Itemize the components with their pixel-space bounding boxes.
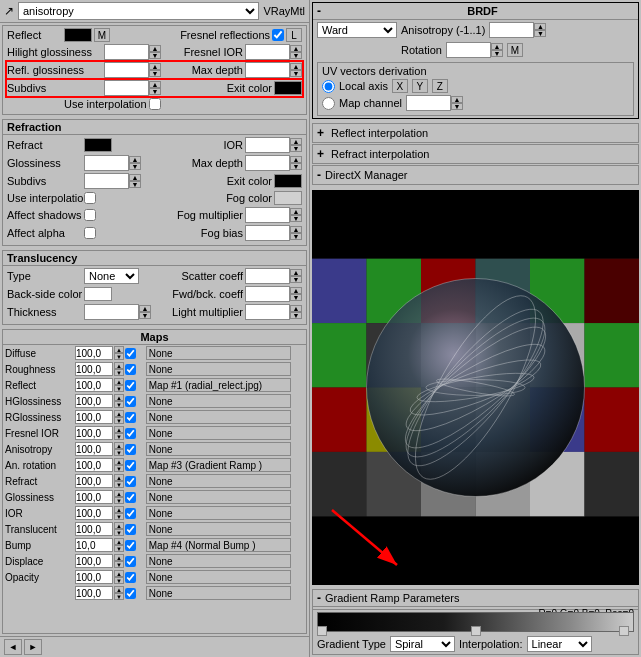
max-depth-down[interactable]: ▼ [290, 70, 302, 77]
reflect-color-box[interactable] [64, 28, 92, 42]
max-depth-input[interactable]: 5 [245, 62, 290, 78]
ior-down[interactable]: ▼ [290, 145, 302, 152]
map-btn-14[interactable]: None [146, 570, 291, 584]
map-check-10[interactable] [125, 508, 136, 519]
map-value-down-2[interactable]: ▼ [114, 385, 124, 392]
fog-bias-down[interactable]: ▼ [290, 233, 302, 240]
subdivs-down[interactable]: ▼ [149, 88, 161, 95]
map-value-input-12[interactable] [75, 538, 113, 552]
map-value-up-6[interactable]: ▲ [114, 442, 124, 449]
refr-subdivs-up[interactable]: ▲ [129, 174, 141, 181]
refract-interp-row[interactable]: + Refract interpolation [312, 144, 639, 164]
map-value-input-0[interactable] [75, 346, 113, 360]
map-value-up-9[interactable]: ▲ [114, 490, 124, 497]
fog-bias-input[interactable]: 0,0 [245, 225, 290, 241]
map-value-up-11[interactable]: ▲ [114, 522, 124, 529]
map-btn-1[interactable]: None [146, 362, 291, 376]
brdf-minus[interactable]: - [317, 4, 327, 18]
x-button[interactable]: X [392, 79, 408, 93]
fresnel-ior-up[interactable]: ▲ [290, 45, 302, 52]
refr-max-depth-input[interactable]: 5 [245, 155, 290, 171]
subdivs-input[interactable]: 8 [104, 80, 149, 96]
map-btn-8[interactable]: None [146, 474, 291, 488]
map-value-input-10[interactable] [75, 506, 113, 520]
fog-color-box[interactable] [274, 191, 302, 205]
scatter-up[interactable]: ▲ [290, 269, 302, 276]
map-value-down-7[interactable]: ▼ [114, 465, 124, 472]
map-value-input-3[interactable] [75, 394, 113, 408]
map-btn-9[interactable]: None [146, 490, 291, 504]
map-btn-13[interactable]: None [146, 554, 291, 568]
map-value-input-11[interactable] [75, 522, 113, 536]
map-value-down-0[interactable]: ▼ [114, 353, 124, 360]
hilight-glossiness-input[interactable]: 1.0 [104, 44, 149, 60]
map-check-15[interactable] [125, 588, 136, 599]
thickness-down[interactable]: ▼ [139, 312, 151, 319]
affect-shadows-checkbox[interactable] [84, 209, 96, 221]
light-mult-input[interactable]: 1,0 [245, 304, 290, 320]
thickness-input[interactable]: 2540,0 [84, 304, 139, 320]
map-check-11[interactable] [125, 524, 136, 535]
map-value-up-13[interactable]: ▲ [114, 554, 124, 561]
map-value-up-8[interactable]: ▲ [114, 474, 124, 481]
map-btn-10[interactable]: None [146, 506, 291, 520]
map-check-0[interactable] [125, 348, 136, 359]
bottom-icon-2[interactable]: ► [24, 639, 42, 655]
map-value-input-14[interactable] [75, 570, 113, 584]
material-name-select[interactable]: anisotropy [18, 2, 259, 20]
rotation-up[interactable]: ▲ [491, 43, 503, 50]
map-value-input-4[interactable] [75, 410, 113, 424]
thickness-up[interactable]: ▲ [139, 305, 151, 312]
map-value-up-2[interactable]: ▲ [114, 378, 124, 385]
map-check-6[interactable] [125, 444, 136, 455]
scatter-input[interactable]: 0,0 [245, 268, 290, 284]
anisotropy-down[interactable]: ▼ [534, 30, 546, 37]
map-btn-11[interactable]: None [146, 522, 291, 536]
map-value-up-3[interactable]: ▲ [114, 394, 124, 401]
map-btn-6[interactable]: None [146, 442, 291, 456]
map-value-up-1[interactable]: ▲ [114, 362, 124, 369]
map-btn-15[interactable]: None [146, 586, 291, 600]
map-btn-2[interactable]: Map #1 (radial_relect.jpg) [146, 378, 291, 392]
map-btn-3[interactable]: None [146, 394, 291, 408]
refr-max-depth-down[interactable]: ▼ [290, 163, 302, 170]
light-mult-down[interactable]: ▼ [290, 312, 302, 319]
gradient-marker-right[interactable] [619, 626, 629, 636]
map-btn-5[interactable]: None [146, 426, 291, 440]
refract-color-box[interactable] [84, 138, 112, 152]
map-value-down-4[interactable]: ▼ [114, 417, 124, 424]
y-button[interactable]: Y [412, 79, 428, 93]
fresnel-checkbox[interactable] [272, 29, 284, 41]
fwdbck-up[interactable]: ▲ [290, 287, 302, 294]
map-value-down-11[interactable]: ▼ [114, 529, 124, 536]
map-value-down-13[interactable]: ▼ [114, 561, 124, 568]
map-check-5[interactable] [125, 428, 136, 439]
map-value-up-10[interactable]: ▲ [114, 506, 124, 513]
scatter-down[interactable]: ▼ [290, 276, 302, 283]
brdf-type-select[interactable]: Ward [317, 22, 397, 38]
gradient-ramp-minus[interactable]: - [317, 591, 321, 605]
map-value-up-7[interactable]: ▲ [114, 458, 124, 465]
refr-glossiness-down[interactable]: ▼ [129, 163, 141, 170]
reflect-m-button[interactable]: M [94, 28, 110, 42]
map-value-input-9[interactable] [75, 490, 113, 504]
gradient-type-select[interactable]: Spiral [390, 636, 455, 652]
map-value-input-13[interactable] [75, 554, 113, 568]
gradient-marker-left[interactable] [317, 626, 327, 636]
map-value-input-7[interactable] [75, 458, 113, 472]
directx-row[interactable]: - DirectX Manager [312, 165, 639, 185]
map-channel-radio[interactable] [322, 97, 335, 110]
map-channel-input[interactable]: 1 [406, 95, 451, 111]
rotation-down[interactable]: ▼ [491, 50, 503, 57]
fwdbck-down[interactable]: ▼ [290, 294, 302, 301]
backside-color-box[interactable] [84, 287, 112, 301]
light-mult-up[interactable]: ▲ [290, 305, 302, 312]
map-value-input-8[interactable] [75, 474, 113, 488]
fresnel-ior-down[interactable]: ▼ [290, 52, 302, 59]
exit-color-box[interactable] [274, 81, 302, 95]
map-check-13[interactable] [125, 556, 136, 567]
rotation-input[interactable]: 0,0 [446, 42, 491, 58]
refl-glossiness-input[interactable]: 0,8 [104, 62, 149, 78]
ior-input[interactable]: 1,6 [245, 137, 290, 153]
refr-glossiness-input[interactable]: 1,0 [84, 155, 129, 171]
